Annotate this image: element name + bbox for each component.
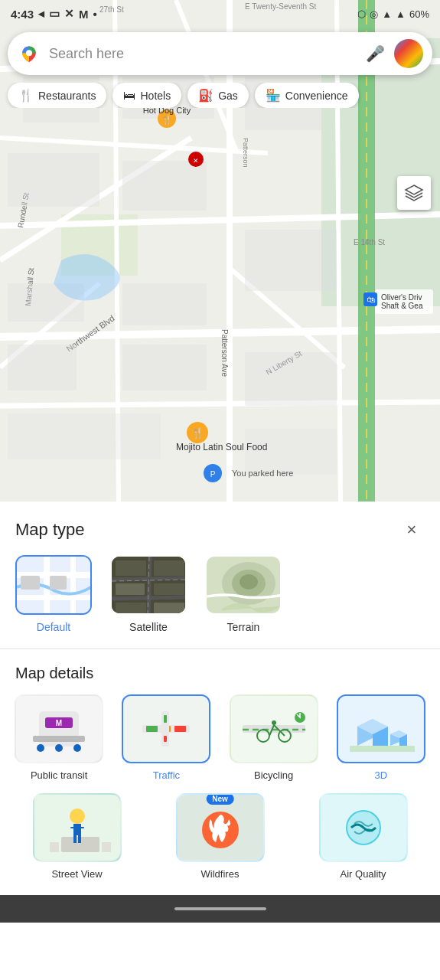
map-type-terrain[interactable]: Terrain: [205, 555, 282, 633]
search-input[interactable]: Search here: [49, 46, 356, 62]
map-type-row: Default: [0, 555, 440, 648]
restaurants-icon: 🍴: [18, 88, 34, 103]
user-avatar[interactable]: [394, 39, 423, 68]
google-maps-logo: [17, 41, 41, 66]
terrain-map-thumbnail: [207, 557, 282, 615]
detail-bicycling[interactable]: Bicycling: [224, 694, 324, 781]
svg-rect-38: [122, 283, 207, 325]
svg-text:Oliver's Driv: Oliver's Driv: [381, 293, 422, 302]
bicycling-thumbnail: [231, 696, 317, 762]
location-icon: ◂: [38, 7, 44, 21]
map-details-row2: Street View New Wildfires: [0, 793, 440, 895]
svg-rect-33: [8, 153, 99, 207]
svg-point-61: [26, 50, 32, 56]
traffic-thumbnail: [123, 696, 209, 762]
airquality-thumbnail: [321, 795, 406, 861]
gps-icon: ◎: [370, 8, 378, 20]
svg-rect-123: [73, 824, 81, 835]
new-badge: New: [206, 793, 234, 805]
svg-rect-97: [146, 726, 158, 732]
bluetooth-icon: ⬡: [357, 8, 366, 20]
svg-rect-120: [50, 842, 59, 852]
battery-display: 60%: [409, 8, 429, 20]
category-pills: 🍴 Restaurants 🛏 Hotels ⛽ Gas 🏪 Convenien…: [0, 83, 440, 108]
close-button[interactable]: ×: [399, 517, 425, 543]
gas-pill[interactable]: ⛽ Gas: [187, 83, 249, 108]
map-type-default-label: Default: [37, 621, 70, 633]
map-type-terrain-thumb: [205, 555, 282, 615]
svg-rect-39: [245, 230, 337, 291]
streetview-thumb: [33, 793, 122, 862]
sheet-header: Map type ×: [0, 501, 440, 555]
status-left: 4:43 ◂ ▭ ✕ M •: [11, 7, 97, 21]
bicycling-thumb: [230, 694, 318, 763]
svg-rect-76: [154, 560, 184, 576]
svg-text:Patterson Ave: Patterson Ave: [220, 329, 229, 377]
svg-rect-77: [116, 583, 145, 595]
convenience-label: Convenience: [285, 90, 348, 102]
map-type-satellite[interactable]: Satellite: [110, 555, 187, 633]
svg-rect-127: [78, 835, 81, 843]
svg-point-93: [55, 744, 63, 752]
svg-rect-65: [17, 595, 92, 600]
svg-rect-37: [8, 345, 77, 390]
wildfires-thumb: New: [176, 793, 265, 862]
detail-traffic[interactable]: Traffic: [116, 694, 216, 781]
hotels-icon: 🛏: [123, 89, 135, 103]
detail-streetview[interactable]: Street View: [9, 793, 145, 880]
detail-wildfires[interactable]: New Wildfires: [152, 793, 288, 880]
detail-3d[interactable]: 3D: [331, 694, 431, 781]
3d-label: 3D: [375, 769, 388, 781]
svg-text:P: P: [210, 470, 216, 479]
bicycling-label: Bicycling: [254, 769, 293, 781]
search-bar[interactable]: Search here 🎤: [8, 32, 432, 75]
svg-text:Patterson: Patterson: [242, 138, 249, 168]
satellite-map-thumbnail: [112, 557, 187, 615]
svg-text:🍴: 🍴: [161, 114, 172, 125]
status-bar: 4:43 ◂ ▭ ✕ M • ⬡ ◎ ▲ ▲ 60%: [0, 0, 440, 28]
gas-icon: ⛽: [198, 88, 213, 103]
svg-rect-101: [164, 715, 167, 723]
svg-rect-68: [21, 576, 40, 590]
svg-rect-125: [80, 827, 84, 828]
transit-label: Public transit: [31, 769, 87, 781]
convenience-pill[interactable]: 🏪 Convenience: [255, 83, 359, 108]
airquality-thumb: [319, 793, 408, 862]
3d-thumbnail: [338, 696, 424, 762]
streetview-label: Street View: [51, 868, 102, 880]
wildfires-label: Wildfires: [201, 868, 240, 880]
detail-airquality[interactable]: Air Quality: [295, 793, 431, 880]
svg-point-108: [272, 720, 276, 725]
mail-icon: M: [79, 8, 89, 21]
transit-thumb: M: [15, 694, 103, 763]
layers-icon: [404, 183, 424, 203]
convenience-icon: 🏪: [266, 88, 281, 103]
microphone-icon[interactable]: 🎤: [363, 42, 386, 65]
layers-button[interactable]: [397, 176, 431, 210]
svg-rect-41: [245, 352, 337, 406]
svg-rect-42: [8, 413, 161, 459]
home-indicator: [174, 907, 266, 910]
detail-transit[interactable]: M Public transit: [9, 694, 109, 781]
status-right: ⬡ ◎ ▲ ▲ 60%: [357, 8, 429, 20]
svg-point-94: [73, 744, 81, 752]
map-type-satellite-label: Satellite: [129, 621, 168, 633]
svg-text:You parked here: You parked here: [232, 469, 293, 478]
default-map-thumbnail: [17, 557, 92, 615]
map-type-terrain-label: Terrain: [227, 621, 260, 633]
restaurants-pill[interactable]: 🍴 Restaurants: [8, 83, 106, 108]
traffic-thumb: [122, 694, 210, 763]
restaurants-label: Restaurants: [38, 90, 96, 102]
map-type-default[interactable]: Default: [15, 555, 92, 633]
svg-rect-34: [122, 161, 207, 211]
bottom-sheet: Map type × Default: [0, 501, 440, 895]
svg-text:Mojito Latin Soul Food: Mojito Latin Soul Food: [176, 442, 267, 452]
map-container[interactable]: Northwest Blvd Marshall St Patterson Ave…: [0, 0, 440, 501]
wifi-icon: ▲: [382, 8, 392, 20]
message-icon: ▭: [49, 7, 60, 21]
traffic-label: Traffic: [153, 769, 180, 781]
bottom-navigation: [0, 895, 440, 923]
hotels-pill[interactable]: 🛏 Hotels: [112, 83, 181, 108]
svg-rect-91: [33, 736, 85, 742]
gas-label: Gas: [218, 90, 238, 102]
